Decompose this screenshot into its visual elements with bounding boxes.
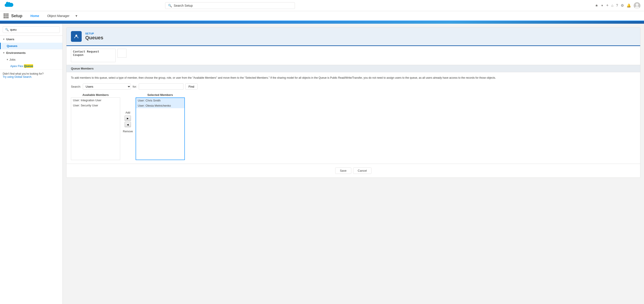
- available-members-label: Available Members: [82, 93, 108, 97]
- card-header-icon: [71, 31, 82, 42]
- chevron-down-icon-env: ▼: [3, 52, 5, 54]
- secondary-nav: Setup Home Object Manager ▼: [0, 11, 644, 21]
- sidebar-sub-header-jobs[interactable]: ▼ Jobs: [4, 56, 62, 63]
- object-manager-dropdown[interactable]: ▼: [75, 14, 78, 18]
- remove-label: Remove: [123, 130, 133, 133]
- search-icon: 🔍: [168, 4, 172, 7]
- home-icon[interactable]: ⌂: [611, 3, 613, 7]
- sidebar: 🔍 ▼ Users Queues ▼ Environments ▼ Jobs: [0, 24, 63, 304]
- sidebar-item-apex-flex-queue[interactable]: Apex Flex Queue: [4, 63, 62, 69]
- search-label: Search:: [71, 85, 81, 88]
- for-input[interactable]: [139, 83, 184, 90]
- list-item[interactable]: User: Chris Smith: [136, 98, 184, 103]
- cancel-button[interactable]: Cancel: [353, 167, 372, 174]
- grid-icon: [4, 13, 8, 18]
- members-type-select[interactable]: Users Roles Groups Roles and Subordinate…: [83, 83, 131, 90]
- add-label: Add: [126, 111, 130, 114]
- global-search-wrapper: 🔍: [165, 2, 295, 9]
- sidebar-search-wrapper: 🔍: [0, 24, 62, 36]
- help-icon[interactable]: ?: [616, 3, 618, 7]
- list-item[interactable]: User: Olesia Melnichenko: [136, 103, 184, 108]
- bell-icon[interactable]: 🔔: [626, 3, 631, 7]
- setup-label: Setup: [11, 14, 22, 18]
- sidebar-section-label-environments: Environments: [6, 51, 26, 54]
- chevron-down-icon-jobs: ▼: [6, 58, 8, 61]
- chevron-down-icon: ▼: [3, 38, 5, 40]
- sidebar-search-icon: 🔍: [5, 28, 9, 31]
- top-nav: 🔍 ★ ▼ + ⌂ ? ⚙ 🔔: [0, 0, 644, 11]
- global-search-link[interactable]: Try using Global Search.: [3, 75, 32, 78]
- sidebar-search-input[interactable]: [10, 28, 57, 31]
- list-item[interactable]: User: Integration User: [71, 98, 120, 103]
- available-members-listbox[interactable]: User: Integration User User: Security Us…: [71, 97, 120, 160]
- content-card: SETUP Queues Contact Request Coupon Queu…: [66, 27, 640, 178]
- members-search-row: Search: Users Roles Groups Roles and Sub…: [71, 83, 636, 90]
- sidebar-sub-label-jobs: Jobs: [10, 58, 16, 61]
- add-icon[interactable]: +: [606, 3, 609, 8]
- card-header-title: Queues: [85, 35, 104, 41]
- footer-buttons: Save Cancel: [66, 164, 640, 178]
- layout: 🔍 ▼ Users Queues ▼ Environments ▼ Jobs: [0, 24, 644, 304]
- sidebar-not-found: Didn't find what you're looking for? Try…: [0, 69, 62, 81]
- sidebar-section-header-users[interactable]: ▼ Users: [0, 36, 62, 43]
- remove-button[interactable]: ◀: [125, 122, 131, 127]
- highlight-queue: Queue: [24, 64, 33, 68]
- global-search-input[interactable]: [174, 4, 292, 7]
- selected-members-label: Selected Members: [148, 93, 173, 97]
- star-icon[interactable]: ★: [595, 3, 598, 7]
- selected-members-listbox[interactable]: User: Chris Smith User: Olesia Melnichen…: [136, 97, 185, 160]
- svg-point-1: [636, 3, 638, 6]
- for-label: for:: [133, 85, 137, 88]
- partial-form-row: Contact Request Coupon: [66, 46, 640, 65]
- card-header-setup: SETUP: [85, 32, 104, 35]
- svg-point-3: [76, 35, 77, 36]
- avatar[interactable]: [634, 2, 640, 9]
- sidebar-section-label-users: Users: [6, 37, 14, 41]
- tab-home[interactable]: Home: [27, 11, 43, 21]
- partial-textarea[interactable]: Contact Request Coupon: [71, 49, 116, 62]
- available-members-column: Available Members User: Integration User…: [71, 93, 120, 160]
- main-content: SETUP Queues Contact Request Coupon Queu…: [63, 24, 644, 304]
- sidebar-item-queues[interactable]: Queues: [0, 43, 62, 49]
- dropdown-icon[interactable]: ▼: [601, 4, 604, 7]
- banner: [0, 21, 644, 24]
- sidebar-section-header-environments[interactable]: ▼ Environments: [0, 49, 62, 56]
- top-nav-right: ★ ▼ + ⌂ ? ⚙ 🔔: [595, 2, 640, 9]
- members-description: To add members to this queue, select a t…: [71, 76, 636, 80]
- members-grid: Available Members User: Integration User…: [71, 93, 636, 160]
- transfer-buttons: Add ▶ ◀ Remove: [120, 111, 136, 133]
- add-button[interactable]: ▶: [125, 116, 131, 121]
- tab-object-manager[interactable]: Object Manager: [44, 11, 73, 21]
- global-search-bar[interactable]: 🔍: [165, 2, 295, 9]
- queue-members-section-title: Queue Members: [66, 65, 640, 72]
- members-section: To add members to this queue, select a t…: [66, 72, 640, 164]
- sidebar-section-users: ▼ Users Queues: [0, 36, 62, 49]
- partial-checkbox[interactable]: [118, 49, 126, 58]
- settings-icon[interactable]: ⚙: [621, 3, 624, 7]
- not-found-text: Didn't find what you're looking for?: [3, 72, 44, 75]
- selected-members-column: Selected Members User: Chris Smith User:…: [136, 93, 185, 160]
- sidebar-search-container[interactable]: 🔍: [3, 26, 60, 33]
- salesforce-logo: [4, 2, 14, 9]
- card-header: SETUP Queues: [66, 27, 640, 46]
- card-header-text: SETUP Queues: [85, 32, 104, 41]
- find-button[interactable]: Find: [185, 83, 198, 90]
- list-item[interactable]: User: Security User: [71, 103, 120, 108]
- sidebar-sub-section-jobs: ▼ Jobs Apex Flex Queue: [0, 56, 62, 69]
- save-button[interactable]: Save: [335, 167, 351, 174]
- sidebar-section-environments: ▼ Environments ▼ Jobs Apex Flex Queue: [0, 49, 62, 69]
